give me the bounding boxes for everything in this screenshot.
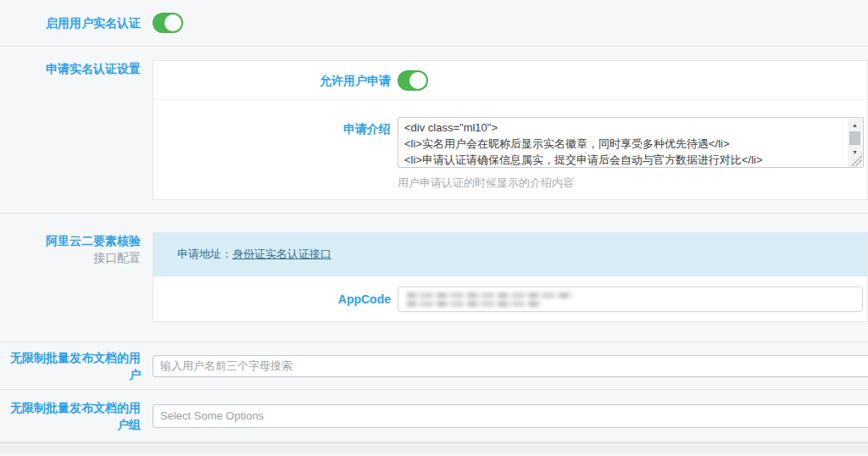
aliyun-panel: 申请地址： 身份证实名认证接口 AppCode: [153, 232, 868, 322]
intro-textarea[interactable]: <div class="ml10"> <li>实名用户会在昵称后显示实名徽章，同…: [398, 117, 864, 168]
masked-value: [407, 301, 541, 307]
unlimited-users-label: 无限制批量发布文档的用户: [0, 349, 141, 383]
row-enable-realname: 启用用户实名认证: [0, 0, 868, 47]
unlimited-groups-label: 无限制批量发布文档的用户组: [0, 399, 141, 433]
intro-help-text: 用户申请认证的时候显示的介绍内容: [398, 175, 864, 191]
apply-settings-label: 申请实名认证设置: [0, 60, 141, 77]
row-apply-settings: 申请实名认证设置 允许用户申请 申请介绍 <div class="ml10"> …: [0, 47, 868, 214]
appcode-input[interactable]: [398, 286, 863, 312]
toggle-knob-icon: [409, 72, 426, 89]
intro-textarea-value: <div class="ml10"> <li>实名用户会在昵称后显示实名徽章，同…: [404, 120, 844, 165]
intro-row: 申请介绍 <div class="ml10"> <li>实名用户会在昵称后显示实…: [153, 100, 867, 191]
scroll-up-icon[interactable]: ▲: [848, 119, 862, 131]
unlimited-groups-select[interactable]: [153, 404, 868, 428]
masked-value: [407, 292, 573, 298]
appcode-row: AppCode: [153, 276, 867, 321]
aliyun-info-banner: 申请地址： 身份证实名认证接口: [153, 233, 867, 276]
enable-realname-toggle[interactable]: [153, 13, 183, 33]
apply-settings-panel: 允许用户申请 申请介绍 <div class="ml10"> <li>实名用户会…: [153, 60, 868, 200]
aliyun-label: 阿里云二要素核验: [0, 232, 141, 249]
enable-realname-label: 启用用户实名认证: [0, 14, 141, 31]
row-unlimited-groups: 无限制批量发布文档的用户组: [0, 390, 868, 442]
appcode-label: AppCode: [153, 291, 391, 308]
resize-grip-icon[interactable]: [851, 155, 862, 166]
scrollbar-thumb[interactable]: [849, 131, 860, 145]
row-unlimited-users: 无限制批量发布文档的用户: [0, 342, 868, 390]
apply-addr-label: 申请地址：: [177, 247, 232, 262]
row-aliyun-verify: 阿里云二要素核验 接口配置 申请地址： 身份证实名认证接口 AppCode: [0, 214, 868, 342]
page-bottom-strip: [0, 442, 868, 453]
allow-apply-toggle[interactable]: [398, 70, 428, 91]
apply-addr-link[interactable]: 身份证实名认证接口: [232, 247, 331, 262]
toggle-knob-icon: [164, 14, 181, 31]
allow-apply-row: 允许用户申请: [153, 61, 867, 100]
intro-label: 申请介绍: [153, 117, 391, 137]
allow-apply-label: 允许用户申请: [153, 72, 391, 89]
aliyun-sublabel: 接口配置: [0, 249, 141, 266]
unlimited-users-input[interactable]: [153, 355, 868, 377]
